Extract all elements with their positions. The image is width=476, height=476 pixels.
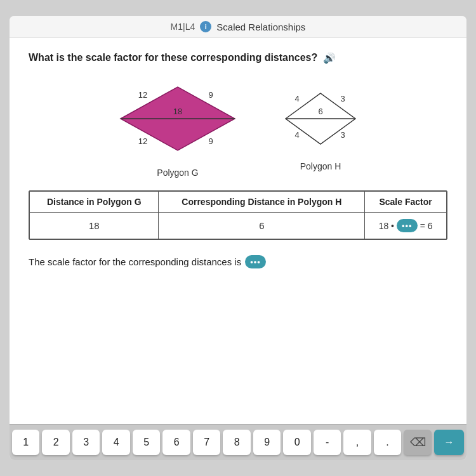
backspace-key[interactable]: ⌫	[404, 430, 431, 455]
key-1[interactable]: 1	[12, 430, 39, 455]
lesson-title: Scaled Relationships	[216, 22, 305, 32]
main-content: What is the scale factor for these corre…	[10, 38, 466, 424]
svg-text:6: 6	[318, 107, 322, 116]
key-period[interactable]: .	[374, 430, 401, 455]
question-text: What is the scale factor for these corre…	[29, 51, 447, 65]
dist-g-cell: 18	[30, 213, 159, 239]
key-4[interactable]: 4	[102, 430, 129, 455]
polygons-area: 12 9 18 12 9 Polygon G	[29, 77, 447, 178]
key-comma[interactable]: ,	[343, 430, 371, 455]
info-icon: i	[200, 21, 211, 32]
scale-dots-button[interactable]: •••	[397, 219, 418, 232]
scale-factor-cell: 18 • ••• = 6	[365, 213, 447, 239]
key-2[interactable]: 2	[42, 430, 69, 455]
col-header-3: Scale Factor	[365, 192, 447, 213]
col-header-1: Distance in Polygon G	[30, 192, 159, 213]
key-0[interactable]: 0	[283, 430, 310, 455]
scale-post: = 6	[420, 221, 433, 231]
key-5[interactable]: 5	[133, 430, 160, 455]
statement: The scale factor for the corresponding d…	[29, 255, 447, 268]
top-bar: M1|L4 i Scaled Relationships	[10, 16, 466, 38]
polygon-g-svg: 12 9 18 12 9	[114, 77, 241, 162]
key-9[interactable]: 9	[253, 430, 281, 455]
data-table: Distance in Polygon G Corresponding Dist…	[29, 190, 447, 240]
svg-text:9: 9	[208, 90, 213, 100]
answer-dots-button[interactable]: •••	[245, 255, 266, 268]
number-keyboard: 1 2 3 4 5 6 7 8 9 0 - , . ⌫ →	[10, 424, 466, 460]
key-7[interactable]: 7	[193, 430, 220, 455]
svg-text:18: 18	[173, 107, 182, 116]
polygon-h-svg: 4 3 6 4 3	[279, 84, 362, 156]
svg-text:4: 4	[294, 94, 299, 103]
screen: M1|L4 i Scaled Relationships What is the…	[10, 16, 466, 460]
polygon-g-container: 12 9 18 12 9 Polygon G	[114, 77, 241, 178]
svg-text:4: 4	[294, 130, 299, 140]
key-3[interactable]: 3	[72, 430, 100, 455]
polygon-g-label: Polygon G	[157, 168, 198, 178]
key-minus[interactable]: -	[314, 430, 341, 455]
module-label: M1|L4	[171, 22, 195, 32]
key-8[interactable]: 8	[223, 430, 250, 455]
svg-text:12: 12	[138, 90, 147, 100]
svg-text:3: 3	[340, 130, 345, 140]
svg-text:12: 12	[138, 136, 147, 146]
polygon-h-container: 4 3 6 4 3 Polygon H	[279, 84, 362, 171]
audio-icon[interactable]: 🔊	[322, 51, 336, 65]
svg-text:3: 3	[340, 94, 345, 103]
statement-text: The scale factor for the corresponding d…	[29, 256, 241, 267]
key-6[interactable]: 6	[162, 430, 190, 455]
scale-pre: 18 •	[379, 221, 394, 231]
dist-h-cell: 6	[159, 213, 365, 239]
polygon-h-label: Polygon H	[300, 161, 341, 171]
next-button[interactable]: →	[434, 430, 464, 455]
svg-text:9: 9	[208, 136, 213, 146]
table-row: 18 6 18 • ••• = 6	[30, 213, 447, 239]
col-header-2: Corresponding Distance in Polygon H	[159, 192, 365, 213]
